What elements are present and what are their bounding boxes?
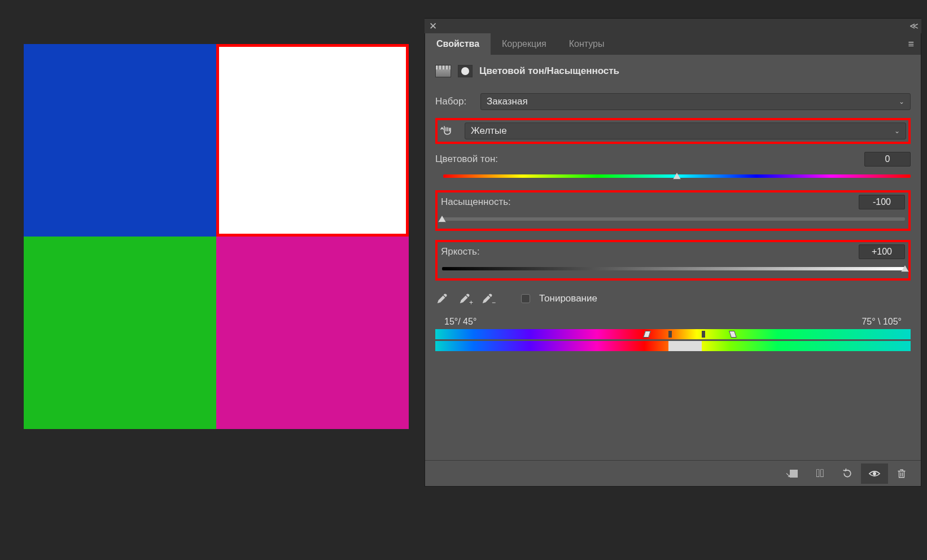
input-color-bar[interactable]: [435, 329, 911, 339]
canvas-area: [24, 44, 409, 429]
colorize-checkbox[interactable]: [521, 294, 530, 303]
color-range-dropdown[interactable]: Желтые ⌄: [465, 123, 906, 139]
eyedropper-row: + − Тонирование: [435, 292, 911, 305]
range-outer-right-handle[interactable]: [729, 331, 737, 338]
saturation-control: Насыщенность:: [441, 195, 905, 225]
lightness-slider[interactable]: [442, 264, 905, 274]
eyedropper-subtract-icon[interactable]: −: [480, 292, 494, 305]
hue-label: Цветовой тон:: [435, 154, 498, 165]
range-inner-left-handle[interactable]: [668, 331, 672, 338]
canvas-quad-bottom-left: [24, 237, 216, 429]
view-previous-state-button[interactable]: 👁⃒: [807, 463, 834, 484]
panel-footer: ↘ 👁⃒: [425, 460, 921, 486]
preset-value: Заказная: [487, 96, 528, 107]
color-range-value: Желтые: [471, 125, 507, 137]
range-inner-right-handle[interactable]: [702, 331, 705, 338]
target-row: Желтые ⌄: [440, 123, 906, 139]
lightness-value-input[interactable]: [859, 244, 905, 259]
hue-slider[interactable]: [443, 171, 911, 181]
eyedropper-icon[interactable]: [435, 292, 449, 305]
hue-value-input[interactable]: [864, 152, 911, 167]
range-right-label: 75° \ 105°: [862, 317, 902, 327]
canvas-quad-top-right: [216, 44, 409, 237]
lightness-track: [442, 267, 905, 270]
canvas-quad-top-left: [24, 44, 216, 237]
panel-menu-icon[interactable]: ≡: [901, 38, 921, 50]
targeted-adjustment-icon[interactable]: [440, 124, 454, 138]
panel-window-header: ✕ ≪: [425, 19, 921, 33]
tab-adjustments[interactable]: Коррекция: [491, 33, 558, 55]
colorize-label: Тонирование: [539, 293, 597, 304]
saturation-slider[interactable]: [442, 214, 905, 224]
lightness-control: Яркость:: [441, 244, 905, 275]
adjustment-title: Цветовой тон/Насыщенность: [479, 65, 619, 77]
lightness-label: Яркость:: [441, 246, 480, 257]
toggle-visibility-button[interactable]: [861, 463, 888, 484]
saturation-highlight: Насыщенность:: [435, 190, 911, 231]
chevron-down-icon: ⌄: [899, 98, 904, 106]
reset-button[interactable]: [834, 463, 861, 484]
preset-row: Набор: Заказная ⌄: [435, 93, 911, 110]
output-gap: [668, 341, 702, 351]
layer-mask-icon[interactable]: [458, 65, 473, 77]
adjustment-title-row: Цветовой тон/Насыщенность: [435, 65, 911, 77]
tab-properties[interactable]: Свойства: [425, 33, 491, 55]
panel-body: Цветовой тон/Насыщенность Набор: Заказна…: [425, 55, 921, 460]
saturation-value-input[interactable]: [859, 195, 905, 209]
color-range-display: 15°/ 45° 75° \ 105°: [435, 313, 911, 351]
preset-dropdown[interactable]: Заказная ⌄: [480, 93, 911, 110]
panel-tabs: Свойства Коррекция Контуры ≡: [425, 33, 921, 55]
output-color-bar: [435, 341, 911, 351]
clip-to-layer-button[interactable]: ↘: [780, 463, 807, 484]
hue-sat-adjustment-icon: [435, 65, 451, 77]
tab-paths[interactable]: Контуры: [558, 33, 616, 55]
collapse-icon[interactable]: ≪: [909, 21, 917, 31]
saturation-label: Насыщенность:: [441, 196, 511, 208]
canvas-quad-bottom-right: [216, 237, 409, 429]
lightness-highlight: Яркость:: [435, 240, 911, 281]
eyedropper-add-icon[interactable]: +: [458, 292, 471, 305]
range-outer-left-handle[interactable]: [644, 331, 651, 338]
range-left-label: 15°/ 45°: [444, 317, 476, 327]
saturation-track: [442, 217, 905, 221]
properties-panel: Свойства Коррекция Контуры ≡ Цветовой то…: [425, 33, 921, 487]
properties-panel-window: ✕ ≪ Свойства Коррекция Контуры ≡ Цветово…: [425, 18, 921, 487]
close-icon[interactable]: ✕: [429, 20, 437, 32]
svg-point-0: [873, 472, 876, 475]
preset-label: Набор:: [435, 96, 475, 107]
chevron-down-icon: ⌄: [894, 127, 900, 135]
target-row-highlight: Желтые ⌄: [435, 118, 911, 144]
delete-button[interactable]: [888, 463, 915, 484]
hue-control: Цветовой тон:: [435, 152, 911, 182]
